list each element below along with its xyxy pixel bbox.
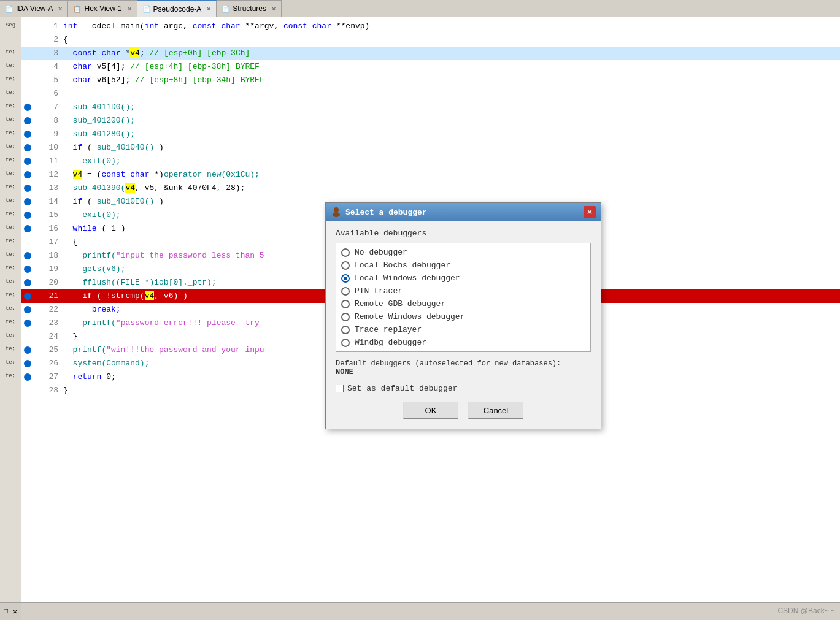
debugger-option-trace-replayer[interactable]: Trace replayer <box>339 323 588 336</box>
set-default-checkbox[interactable] <box>336 385 344 392</box>
radio-remote-windows[interactable] <box>341 313 350 321</box>
dialog-body: Available debuggers No debugger Local Bo… <box>326 221 601 429</box>
radio-local-bochs[interactable] <box>341 261 350 270</box>
modal-overlay: Select a debugger ✕ Available debuggers … <box>0 0 840 620</box>
label-remote-gdb: Remote GDB debugger <box>355 299 445 308</box>
label-trace-replayer: Trace replayer <box>355 325 422 334</box>
cancel-button[interactable]: Cancel <box>468 402 523 419</box>
default-debuggers-label: Default debuggers (autoselected for new … <box>336 359 591 368</box>
checkbox-label: Set as default debugger <box>347 384 457 393</box>
debugger-person-icon <box>331 207 342 218</box>
default-debuggers-value: NONE <box>336 368 591 377</box>
dialog-title-text: Select a debugger <box>345 208 427 217</box>
radio-local-windows[interactable] <box>341 274 350 283</box>
debugger-option-no[interactable]: No debugger <box>339 246 588 259</box>
radio-pin-tracer[interactable] <box>341 287 350 296</box>
dialog-title-left: Select a debugger <box>331 207 427 218</box>
select-debugger-dialog: Select a debugger ✕ Available debuggers … <box>325 202 601 429</box>
debugger-option-remote-gdb[interactable]: Remote GDB debugger <box>339 297 588 310</box>
checkbox-row[interactable]: Set as default debugger <box>336 384 591 393</box>
radio-trace-replayer[interactable] <box>341 326 350 334</box>
default-section: Default debuggers (autoselected for new … <box>336 359 591 377</box>
available-debuggers-label: Available debuggers <box>336 229 591 238</box>
dialog-buttons: OK Cancel <box>336 402 591 421</box>
label-remote-windows: Remote Windows debugger <box>355 312 464 321</box>
label-windbg: Windbg debugger <box>355 338 426 347</box>
label-pin-tracer: PIN tracer <box>355 286 403 296</box>
radio-windbg[interactable] <box>341 339 350 347</box>
label-local-windows: Local Windows debugger <box>355 274 460 283</box>
svg-point-0 <box>334 207 339 212</box>
label-no-debugger: No debugger <box>355 248 407 257</box>
dialog-close-button[interactable]: ✕ <box>584 206 596 218</box>
radio-no-debugger[interactable] <box>341 248 350 257</box>
debugger-option-windbg[interactable]: Windbg debugger <box>339 336 588 349</box>
debugger-option-bochs[interactable]: Local Bochs debugger <box>339 259 588 272</box>
radio-remote-gdb[interactable] <box>341 300 350 308</box>
svg-point-1 <box>333 212 340 217</box>
dialog-titlebar: Select a debugger ✕ <box>326 203 601 221</box>
label-local-bochs: Local Bochs debugger <box>355 261 450 270</box>
debugger-option-pin[interactable]: PIN tracer <box>339 285 588 297</box>
debugger-option-remote-windows[interactable]: Remote Windows debugger <box>339 310 588 323</box>
debugger-option-local-windows[interactable]: Local Windows debugger <box>339 272 588 285</box>
ok-button[interactable]: OK <box>403 402 458 419</box>
debugger-list: No debugger Local Bochs debugger Local W… <box>336 243 591 352</box>
